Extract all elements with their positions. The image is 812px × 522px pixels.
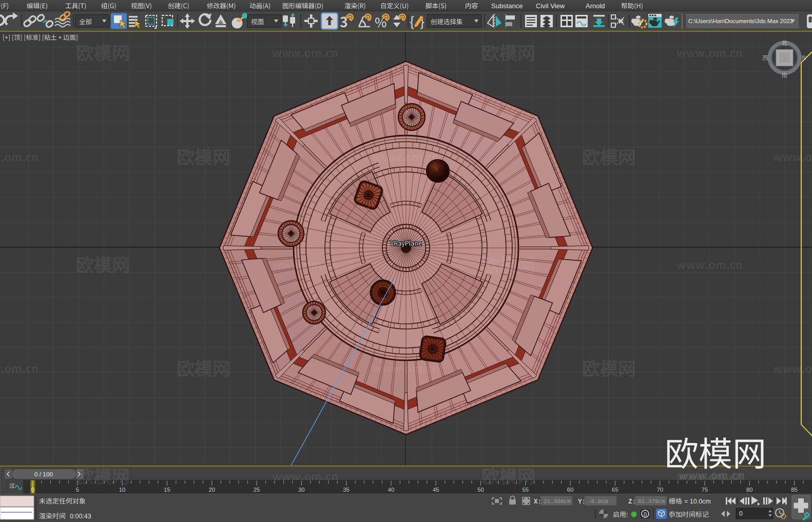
svg-text:Arnold: Arnold — [586, 2, 605, 10]
svg-text:0: 0 — [644, 511, 647, 517]
svg-text:50: 50 — [477, 487, 484, 493]
svg-text:45: 45 — [433, 487, 439, 493]
svg-text:65: 65 — [612, 487, 618, 493]
svg-text:35: 35 — [343, 487, 350, 493]
svg-text:0: 0 — [31, 487, 34, 493]
svg-text:0 / 100: 0 / 100 — [34, 471, 53, 478]
svg-text:55: 55 — [523, 487, 529, 493]
svg-text:= 10.0cm: = 10.0cm — [684, 498, 711, 505]
svg-text:30: 30 — [298, 487, 305, 493]
svg-text:81.379cm: 81.379cm — [638, 498, 665, 505]
svg-text:85: 85 — [791, 487, 798, 493]
svg-text:60: 60 — [567, 487, 574, 493]
svg-text:75: 75 — [702, 487, 708, 493]
svg-text:C:\Users\Han\Documents\3ds Max: C:\Users\Han\Documents\3ds Max 2022 — [688, 17, 793, 24]
svg-text:15: 15 — [164, 487, 170, 493]
svg-text:25: 25 — [254, 487, 260, 493]
svg-text:70: 70 — [656, 487, 663, 493]
svg-text:80: 80 — [746, 487, 753, 493]
svg-text:0:00:43: 0:00:43 — [70, 513, 91, 520]
svg-text:Civil View: Civil View — [536, 2, 565, 10]
svg-text:-0.0cm: -0.0cm — [588, 498, 608, 505]
svg-text:10: 10 — [119, 487, 126, 493]
svg-text:20: 20 — [208, 487, 215, 493]
svg-text:5: 5 — [76, 487, 79, 493]
svg-text:0: 0 — [739, 510, 743, 517]
svg-text:21.368cm: 21.368cm — [544, 498, 571, 505]
svg-text:40: 40 — [388, 487, 395, 493]
svg-text:Substance: Substance — [491, 2, 523, 10]
